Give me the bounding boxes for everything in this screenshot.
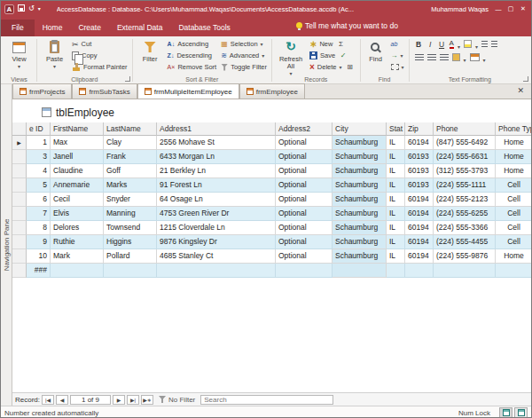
clipboard-dialog-launcher-icon[interactable] (125, 76, 130, 82)
cell-zip[interactable]: 60194 (405, 207, 434, 221)
cell-state[interactable]: IL (387, 207, 405, 221)
cell-address1[interactable]: 9876 Kingsley Dr (157, 235, 276, 249)
last-record-button[interactable] (127, 395, 139, 405)
new-record-row[interactable]: ### (12, 264, 532, 278)
cell-phone[interactable]: (312) 555-3793 (434, 164, 496, 178)
cell-firstname[interactable]: Max (51, 136, 104, 150)
cell-address2[interactable]: Optional (276, 235, 332, 249)
maximize-button[interactable]: ▢ (506, 5, 515, 12)
column-header[interactable]: LastName (104, 122, 157, 136)
cell-zip-new[interactable] (405, 264, 434, 278)
cell-city[interactable]: Schaumburg (332, 193, 387, 207)
background-color-icon[interactable] (452, 53, 460, 61)
record-selector[interactable] (12, 221, 27, 235)
cell-state[interactable]: IL (387, 193, 405, 207)
spelling-icon[interactable] (338, 51, 348, 60)
cell-address1[interactable]: 64 Osage Ln (157, 193, 276, 207)
access-app-icon[interactable]: A (4, 4, 14, 14)
doc-tab-frmSubTasks[interactable]: frmSubTasks (72, 83, 137, 99)
cell-firstname[interactable]: Claudine (51, 164, 104, 178)
cut-button[interactable]: Cut (70, 38, 129, 50)
cell-id[interactable]: 3 (27, 150, 51, 164)
cell-address1[interactable]: 4685 Stanley Ct (157, 249, 276, 264)
text-formatting-dialog-launcher-icon[interactable] (523, 76, 528, 82)
cell-lastname[interactable]: Clay (104, 136, 157, 150)
qat-customize-icon[interactable] (38, 4, 41, 13)
font-color-icon[interactable] (450, 40, 454, 49)
cell-state[interactable]: IL (387, 150, 405, 164)
cell-zip[interactable]: 60193 (405, 178, 434, 193)
bold-button[interactable]: B (415, 40, 423, 49)
cell-zip[interactable]: 60193 (405, 150, 434, 164)
cell-firstname[interactable]: Cecil (51, 193, 104, 207)
cell-phonetype[interactable]: Home (496, 136, 532, 150)
cell-firstname[interactable]: Janell (51, 150, 104, 164)
cell-firstname[interactable]: Annemarie (51, 178, 104, 193)
cell-phonetype-new[interactable] (496, 264, 532, 278)
cell-address2[interactable]: Optional (276, 136, 332, 150)
cell-lastname-new[interactable] (104, 264, 157, 278)
paste-button[interactable]: Paste (40, 38, 69, 70)
record-selector[interactable] (12, 264, 27, 278)
cell-phone[interactable]: (224) 555-6631 (434, 150, 496, 164)
find-button[interactable]: Find (364, 38, 388, 63)
cell-id[interactable]: 7 (27, 207, 51, 221)
cell-address1[interactable]: 21 Berkley Ln (157, 164, 276, 178)
cell-address2[interactable]: Optional (276, 249, 332, 264)
totals-icon[interactable] (335, 39, 346, 49)
record-selector[interactable] (12, 178, 27, 193)
align-left-icon[interactable] (415, 54, 424, 61)
cell-zip[interactable]: 60194 (405, 193, 434, 207)
align-right-icon[interactable] (440, 54, 449, 61)
cell-id[interactable]: 6 (27, 193, 51, 207)
undo-icon[interactable] (28, 4, 35, 13)
column-header[interactable]: Zip (405, 122, 434, 136)
user-account[interactable]: Muhammad Waqas (431, 5, 489, 13)
select-all-cell[interactable] (12, 122, 27, 136)
ascending-button[interactable]: Ascending (166, 38, 219, 50)
cell-firstname[interactable]: Delores (51, 221, 104, 235)
cell-zip[interactable]: 60194 (405, 221, 434, 235)
cell-address1-new[interactable] (157, 264, 276, 278)
cell-address1[interactable]: 91 Forest Ln (157, 178, 276, 193)
cell-phone[interactable]: (224) 555-1111 (434, 178, 496, 193)
layout-view-button[interactable] (514, 407, 528, 418)
cell-address2[interactable]: Optional (276, 164, 332, 178)
close-button[interactable]: ✕ (519, 5, 528, 12)
quick-save-icon[interactable] (18, 4, 25, 14)
goto-button[interactable] (389, 50, 406, 61)
column-header[interactable]: Phone Type (496, 122, 532, 136)
ribbon-tab-file[interactable]: File (1, 20, 35, 36)
cell-city[interactable]: Schaumburg (332, 221, 387, 235)
cell-city-new[interactable] (332, 264, 387, 278)
select-button[interactable] (389, 61, 406, 73)
cell-state-new[interactable] (387, 264, 405, 278)
cell-address1[interactable]: 6433 Morgan Ln (157, 150, 276, 164)
cell-zip[interactable]: 60194 (405, 235, 434, 249)
align-center-icon[interactable] (427, 54, 436, 61)
previous-record-button[interactable] (56, 395, 68, 405)
cell-state[interactable]: IL (387, 136, 405, 150)
cell-state[interactable]: IL (387, 249, 405, 264)
first-record-button[interactable] (42, 395, 54, 405)
doc-tab-frmEmployee[interactable]: frmEmployee (239, 83, 305, 99)
bullets-icon[interactable] (481, 41, 488, 48)
cell-address2-new[interactable] (276, 264, 332, 278)
cell-id[interactable]: 4 (27, 164, 51, 178)
view-button[interactable]: View (4, 38, 34, 70)
record-selector[interactable] (12, 150, 27, 164)
ribbon-tab-home[interactable]: Home (35, 20, 71, 36)
column-header[interactable]: City (332, 122, 387, 136)
next-record-button[interactable] (113, 395, 125, 405)
cell-phonetype[interactable]: Home (496, 150, 532, 164)
record-selector[interactable] (12, 235, 27, 249)
record-selector[interactable]: ▶ (12, 136, 27, 150)
cell-phone-new[interactable] (434, 264, 496, 278)
cell-address1[interactable]: 4753 Green River Dr (157, 207, 276, 221)
new-record-button[interactable]: New (308, 38, 357, 50)
cell-phonetype[interactable]: Cell (496, 221, 532, 235)
cell-city[interactable]: Schaumburg (332, 178, 387, 193)
cell-phone[interactable]: (224) 555-3366 (434, 221, 496, 235)
cell-zip[interactable]: 60193 (405, 164, 434, 178)
cell-id[interactable]: 1 (27, 136, 51, 150)
